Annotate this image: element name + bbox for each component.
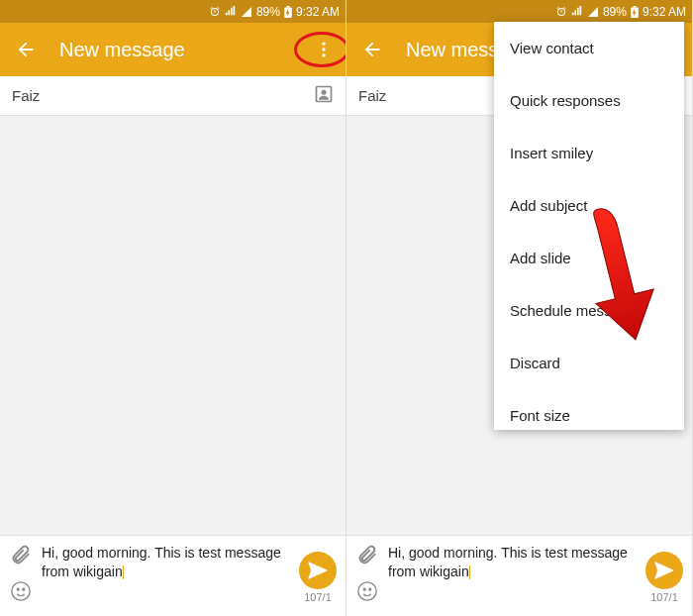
composer-bar: Hi, good morning. This is test message f…	[346, 535, 692, 616]
battery-charging-icon	[284, 6, 292, 18]
signal-icon-2	[587, 6, 599, 18]
menu-schedule-message[interactable]: Schedule message	[494, 284, 684, 337]
svg-point-19	[369, 588, 371, 590]
alarm-icon	[555, 6, 567, 18]
status-bar: 89% 9:32 AM	[0, 0, 346, 23]
clock-time: 9:32 AM	[643, 5, 686, 19]
menu-add-slide[interactable]: Add slide	[494, 232, 684, 284]
svg-point-18	[363, 588, 365, 590]
svg-point-7	[12, 582, 30, 600]
attach-icon[interactable]	[356, 544, 378, 569]
svg-point-6	[322, 90, 327, 95]
svg-point-3	[322, 48, 325, 51]
screenshot-left: 89% 9:32 AM New message Faiz	[0, 0, 346, 616]
signal-icon	[571, 6, 583, 18]
battery-charging-icon	[631, 6, 639, 18]
svg-rect-1	[286, 6, 289, 8]
back-button[interactable]	[356, 34, 388, 65]
recipient-row[interactable]: Faiz	[0, 76, 346, 116]
menu-font-size[interactable]: Font size	[494, 389, 684, 430]
battery-percent: 89%	[256, 5, 280, 19]
signal-icon	[225, 6, 237, 18]
menu-quick-responses[interactable]: Quick responses	[494, 74, 684, 127]
send-button[interactable]	[299, 552, 337, 589]
svg-point-2	[322, 43, 325, 46]
smiley-icon[interactable]	[10, 580, 32, 606]
screenshot-right: 89% 9:32 AM New messa Faiz H	[346, 0, 693, 616]
message-input-text: Hi, good morning. This is test message f…	[388, 545, 628, 579]
attach-icon[interactable]	[10, 544, 32, 569]
page-title: New message	[59, 39, 290, 61]
overflow-menu-button[interactable]	[308, 34, 340, 65]
text-cursor	[123, 565, 124, 579]
text-cursor	[469, 565, 470, 579]
char-counter: 107/1	[304, 591, 332, 603]
send-button[interactable]	[645, 552, 683, 589]
clock-time: 9:32 AM	[296, 5, 340, 19]
message-body-area[interactable]	[0, 116, 346, 534]
menu-insert-smiley[interactable]: Insert smiley	[494, 127, 684, 179]
back-button[interactable]	[10, 34, 42, 65]
char-counter: 107/1	[650, 591, 678, 603]
message-input-text: Hi, good morning. This is test message f…	[42, 545, 281, 579]
svg-point-4	[322, 53, 325, 56]
svg-point-9	[23, 588, 25, 590]
menu-view-contact[interactable]: View contact	[494, 22, 684, 74]
battery-percent: 89%	[603, 5, 627, 19]
overflow-menu: View contact Quick responses Insert smil…	[494, 22, 684, 430]
smiley-icon[interactable]	[356, 580, 378, 606]
app-bar: New message	[0, 23, 346, 76]
recipient-name: Faiz	[358, 87, 386, 104]
menu-add-subject[interactable]: Add subject	[494, 179, 684, 232]
status-bar: 89% 9:32 AM	[346, 0, 692, 23]
svg-point-8	[17, 588, 19, 590]
alarm-icon	[209, 6, 221, 18]
contact-picker-icon[interactable]	[314, 84, 334, 107]
svg-rect-11	[633, 6, 636, 8]
message-input[interactable]: Hi, good morning. This is test message f…	[386, 542, 639, 612]
message-input[interactable]: Hi, good morning. This is test message f…	[40, 542, 292, 612]
menu-discard[interactable]: Discard	[494, 337, 684, 389]
svg-point-17	[358, 582, 376, 600]
signal-icon-2	[241, 6, 252, 18]
composer-bar: Hi, good morning. This is test message f…	[0, 535, 346, 616]
recipient-name: Faiz	[12, 87, 40, 104]
